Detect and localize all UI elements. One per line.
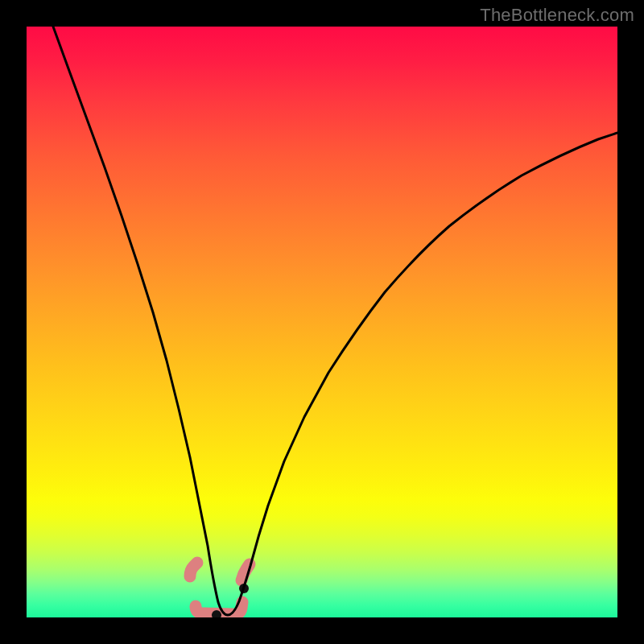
bottleneck-curve (53, 27, 617, 615)
curve-layer (27, 27, 617, 617)
plot-area (27, 27, 617, 617)
chart-frame: TheBottleneck.com (0, 0, 644, 644)
watermark-text: TheBottleneck.com (480, 5, 634, 26)
